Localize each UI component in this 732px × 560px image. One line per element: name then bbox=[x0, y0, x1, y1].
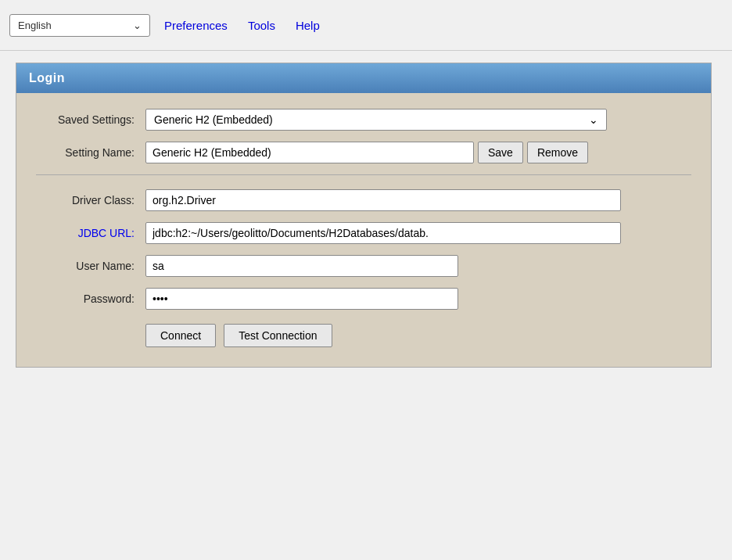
username-label: User Name: bbox=[36, 260, 145, 272]
saved-settings-row: Saved Settings: Generic H2 (Embedded) ⌄ bbox=[36, 109, 691, 131]
password-row: Password: bbox=[36, 288, 691, 310]
login-title: Login bbox=[29, 71, 65, 84]
test-connection-button[interactable]: Test Connection bbox=[224, 324, 332, 347]
login-panel: Login Saved Settings: Generic H2 (Embedd… bbox=[16, 63, 712, 368]
username-input[interactable] bbox=[145, 255, 458, 277]
saved-settings-select[interactable]: Generic H2 (Embedded) ⌄ bbox=[145, 109, 607, 131]
login-panel-body: Saved Settings: Generic H2 (Embedded) ⌄ … bbox=[16, 93, 711, 367]
setting-name-label: Setting Name: bbox=[36, 146, 145, 159]
jdbc-url-label: JDBC URL: bbox=[36, 227, 145, 239]
jdbc-url-input[interactable] bbox=[145, 222, 621, 244]
password-input[interactable] bbox=[145, 288, 458, 310]
main-container: Login Saved Settings: Generic H2 (Embedd… bbox=[0, 51, 732, 379]
chevron-down-icon: ⌄ bbox=[133, 20, 142, 31]
driver-class-label: Driver Class: bbox=[36, 194, 145, 206]
connect-button[interactable]: Connect bbox=[145, 324, 216, 347]
username-row: User Name: bbox=[36, 255, 691, 277]
driver-class-input[interactable] bbox=[145, 189, 621, 211]
password-label: Password: bbox=[36, 293, 145, 305]
setting-name-input[interactable] bbox=[145, 142, 474, 163]
language-selected-value: English bbox=[18, 20, 52, 31]
bottom-buttons: Connect Test Connection bbox=[36, 324, 691, 347]
saved-settings-chevron-icon: ⌄ bbox=[589, 113, 598, 126]
save-button[interactable]: Save bbox=[478, 142, 523, 163]
saved-settings-label: Saved Settings: bbox=[36, 113, 145, 126]
preferences-menu[interactable]: Preferences bbox=[158, 16, 234, 35]
separator bbox=[36, 174, 691, 175]
saved-settings-value: Generic H2 (Embedded) bbox=[154, 113, 273, 126]
jdbc-url-row: JDBC URL: bbox=[36, 222, 691, 244]
setting-name-row: Setting Name: Save Remove bbox=[36, 142, 691, 163]
help-menu[interactable]: Help bbox=[289, 16, 326, 35]
login-panel-header: Login bbox=[16, 63, 711, 93]
driver-class-row: Driver Class: bbox=[36, 189, 691, 211]
language-select[interactable]: English ⌄ bbox=[9, 14, 150, 37]
menu-bar: English ⌄ Preferences Tools Help bbox=[0, 0, 732, 51]
tools-menu[interactable]: Tools bbox=[242, 16, 282, 35]
remove-button[interactable]: Remove bbox=[527, 142, 588, 163]
